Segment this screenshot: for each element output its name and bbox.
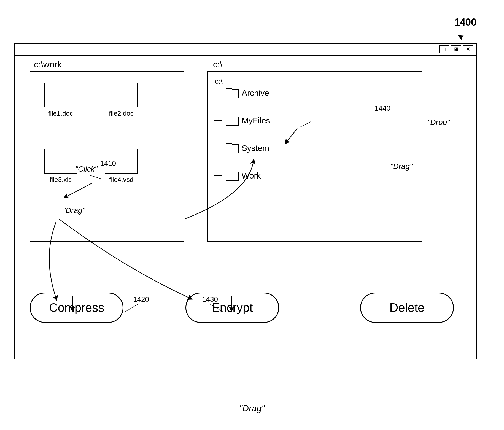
- file1-label: file1.doc: [48, 110, 73, 117]
- folder-icon-archive: [226, 88, 238, 98]
- right-file-panel: c:\ Archive MyFiles System Work: [207, 71, 422, 242]
- tree-item-work[interactable]: Work: [214, 171, 261, 181]
- delete-button[interactable]: Delete: [360, 293, 454, 323]
- folder-icon-system: [226, 143, 238, 153]
- drag-annotation-1: "Drag": [63, 206, 85, 215]
- tree-h-line-system: [214, 148, 222, 148]
- ref-1420: 1420: [133, 295, 149, 304]
- tree-label-archive: Archive: [242, 88, 269, 98]
- bottom-drag-annotation: "Drag": [239, 403, 265, 413]
- tree-item-archive[interactable]: Archive: [214, 88, 269, 98]
- tree-item-myfiles[interactable]: MyFiles: [214, 116, 270, 126]
- file1-icon[interactable]: file1.doc: [44, 83, 77, 117]
- left-file-panel: file1.doc file2.doc file3.xls file4.vsd: [30, 71, 184, 242]
- file3-icon[interactable]: file3.xls: [44, 149, 77, 183]
- drop-annotation: "Drop": [427, 118, 450, 127]
- left-panel-path: c:\work: [34, 60, 62, 70]
- file4-label: file4.vsd: [109, 176, 133, 183]
- folder-icon-work: [226, 171, 238, 181]
- tree-item-system[interactable]: System: [214, 143, 269, 153]
- tree-label-myfiles: MyFiles: [242, 116, 270, 125]
- tree-root: c:\: [215, 77, 222, 86]
- compress-button[interactable]: Compress: [30, 293, 123, 323]
- file3-box: [44, 149, 77, 174]
- svg-line-5: [125, 304, 138, 312]
- tree-h-line-work: [214, 175, 222, 176]
- window-controls: □ ⊞ ✕: [439, 45, 473, 53]
- ref-1410: 1410: [100, 159, 116, 168]
- tree-h-line-archive: [214, 93, 222, 93]
- right-panel-path: c:\: [213, 60, 222, 70]
- file2-icon[interactable]: file2.doc: [105, 83, 138, 117]
- close-button[interactable]: ✕: [463, 45, 473, 53]
- tree-h-line-myfiles: [214, 120, 222, 121]
- ref-1430: 1430: [202, 295, 218, 304]
- drag-annotation-2: "Drag": [390, 162, 413, 171]
- title-bar: □ ⊞ ✕: [15, 44, 476, 56]
- minimize-button[interactable]: □: [439, 45, 449, 53]
- maximize-button[interactable]: ⊞: [451, 45, 461, 53]
- file2-box: [105, 83, 138, 107]
- file2-label: file2.doc: [109, 110, 133, 117]
- click-annotation: "Click": [75, 165, 98, 174]
- encrypt-button[interactable]: Encrypt: [185, 293, 279, 323]
- file3-label: file3.xls: [50, 176, 72, 183]
- ref-1440: 1440: [374, 104, 390, 113]
- tree-label-system: System: [242, 144, 269, 153]
- folder-icon-myfiles: [226, 116, 238, 126]
- figure-arrow: ➤: [454, 31, 466, 43]
- tree-label-work: Work: [242, 171, 261, 180]
- figure-number: 1400: [454, 17, 476, 28]
- file1-box: [44, 83, 77, 107]
- main-window: □ ⊞ ✕ c:\work file1.doc file2.doc file3.…: [14, 43, 477, 359]
